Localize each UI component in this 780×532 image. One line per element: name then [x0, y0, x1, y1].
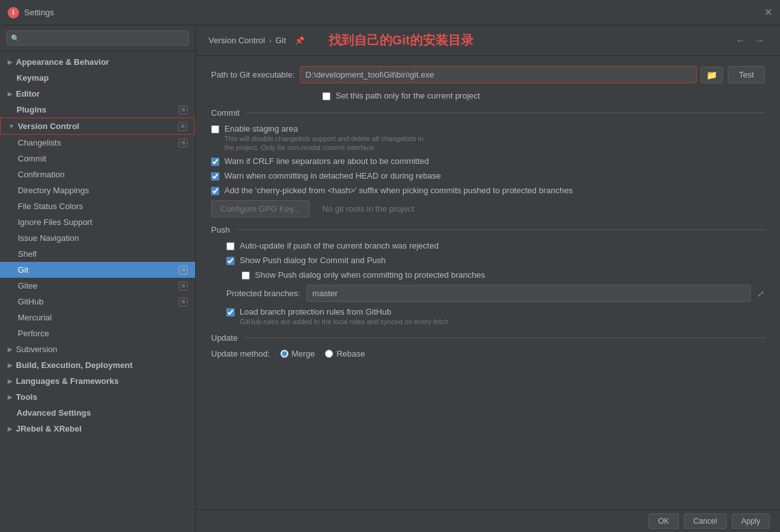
protected-branches-row: Protected branches: ⤢ — [211, 285, 765, 302]
gpg-row: Configure GPG Key... No git roots in the… — [211, 200, 765, 217]
sidebar-label: Tools — [16, 392, 38, 402]
show-push-protected-checkbox[interactable] — [242, 271, 250, 280]
sidebar-item-gitee[interactable]: Gitee ⊞ — [0, 278, 195, 294]
sidebar-item-commit[interactable]: Commit — [0, 151, 195, 167]
app-icon: i — [8, 7, 19, 18]
sidebar-item-advanced-settings[interactable]: Advanced Settings — [0, 405, 195, 421]
sidebar-item-subversion[interactable]: ▶ Subversion — [0, 341, 195, 357]
auto-update-push-row: Auto-update if push of the current branc… — [211, 241, 765, 250]
warn-crlf-checkbox[interactable] — [211, 158, 219, 166]
sidebar-item-keymap[interactable]: Keymap — [0, 70, 195, 86]
ext-icon: ⊞ — [179, 297, 188, 306]
add-cherry-checkbox[interactable] — [211, 187, 219, 195]
sidebar-item-confirmation[interactable]: Confirmation — [0, 167, 195, 182]
enable-staging-checkbox[interactable] — [211, 125, 219, 133]
auto-update-checkbox[interactable] — [226, 242, 235, 250]
arrow-icon: ▶ — [8, 90, 13, 97]
show-push-dialog-label: Show Push dialog for Commit and Push — [240, 256, 386, 265]
rebase-radio-label[interactable]: Rebase — [325, 349, 365, 358]
warn-detached-checkbox[interactable] — [211, 172, 219, 181]
commit-section-divider: Commit — [211, 108, 765, 118]
divider-line — [236, 229, 765, 230]
set-path-label: Set this path only for the current proje… — [336, 91, 480, 100]
sidebar-item-github[interactable]: GitHub ⊞ — [0, 294, 195, 310]
github-rules-note: GitHub rules are added to the local rule… — [240, 318, 448, 325]
sidebar-item-issue-navigation[interactable]: Issue Navigation — [0, 230, 195, 246]
divider-line — [246, 113, 765, 113]
titlebar: i Settings ✕ — [0, 0, 780, 25]
merge-radio-label[interactable]: Merge — [280, 349, 315, 358]
arrow-icon: ▶ — [8, 58, 13, 65]
sidebar-item-changelists[interactable]: Changelists ⊞ — [0, 135, 195, 151]
sidebar-label: Perforce — [18, 329, 49, 338]
enable-staging-desc1: This will disable changelists support an… — [224, 135, 423, 142]
arrow-icon: ▶ — [8, 378, 13, 385]
set-path-checkbox[interactable] — [322, 92, 331, 100]
merge-radio[interactable] — [280, 350, 289, 358]
pin-icon[interactable]: 📌 — [295, 36, 304, 45]
breadcrumb-part1: Version Control — [209, 36, 265, 45]
close-button[interactable]: ✕ — [764, 6, 772, 18]
sidebar-item-jrebel[interactable]: ▶ JRebel & XRebel — [0, 421, 195, 437]
nav-forward-button[interactable]: → — [752, 34, 767, 48]
sidebar-item-version-control[interactable]: ▼ Version Control ⊞ — [0, 118, 195, 135]
path-label: Path to Git executable: — [211, 70, 295, 79]
configure-gpg-button[interactable]: Configure GPG Key... — [211, 200, 310, 217]
sidebar-item-directory-mappings[interactable]: Directory Mappings — [0, 182, 195, 198]
sidebar-item-tools[interactable]: ▶ Tools — [0, 389, 195, 405]
browse-folder-button[interactable]: 📁 — [701, 67, 723, 83]
sidebar-item-plugins[interactable]: Plugins ⊞ — [0, 102, 195, 118]
sidebar-label: GitHub — [18, 297, 43, 306]
sidebar-item-build[interactable]: ▶ Build, Execution, Deployment — [0, 357, 195, 373]
arrow-icon: ▶ — [8, 393, 13, 400]
sidebar-label: Version Control — [18, 121, 79, 131]
ok-button[interactable]: OK — [648, 514, 678, 529]
sidebar-item-perforce[interactable]: Perforce — [0, 325, 195, 341]
cancel-button[interactable]: Cancel — [684, 514, 727, 529]
plugin-ext-icon: ⊞ — [179, 106, 188, 114]
set-path-checkbox-row: Set this path only for the current proje… — [211, 91, 765, 100]
sidebar-item-mercurial[interactable]: Mercurial — [0, 310, 195, 325]
load-branch-protection-checkbox[interactable] — [226, 308, 235, 317]
divider-line — [244, 338, 765, 338]
arrow-icon: ▶ — [8, 346, 13, 353]
bottom-bar: OK Cancel Apply — [196, 509, 780, 532]
arrow-icon: ▶ — [8, 362, 13, 369]
sidebar-label: Plugins — [8, 105, 46, 114]
protected-branches-input[interactable] — [306, 285, 751, 302]
load-branch-content: Load branch protection rules from GitHub… — [240, 307, 448, 325]
apply-button[interactable]: Apply — [732, 514, 770, 529]
sidebar-item-editor[interactable]: ▶ Editor — [0, 86, 195, 102]
breadcrumb: Version Control › Git — [209, 36, 286, 45]
test-button[interactable]: Test — [728, 66, 765, 83]
sidebar-label: Git — [18, 265, 29, 275]
sidebar-item-file-status-colors[interactable]: File Status Colors — [0, 198, 195, 214]
git-path-input[interactable] — [300, 66, 697, 83]
sidebar-label: Keymap — [8, 73, 49, 83]
expand-button[interactable]: ⤢ — [757, 289, 765, 299]
sidebar-item-languages[interactable]: ▶ Languages & Frameworks — [0, 373, 195, 389]
push-section-divider: Push — [211, 225, 765, 235]
ext-icon: ⊞ — [179, 282, 188, 290]
sidebar-nav: ▶ Appearance & Behavior Keymap ▶ Editor … — [0, 51, 195, 532]
sidebar-item-shelf[interactable]: Shelf — [0, 246, 195, 262]
search-box: 🔍 — [0, 25, 195, 51]
show-push-protected-label: Show Push dialog only when committing to… — [255, 270, 485, 280]
warn-crlf-row: Warn if CRLF line separators are about t… — [211, 156, 765, 166]
show-push-dialog-checkbox[interactable] — [226, 257, 235, 265]
nav-back-button[interactable]: ← — [733, 34, 748, 48]
show-push-dialog-row: Show Push dialog for Commit and Push — [211, 256, 765, 265]
sidebar-label: Confirmation — [18, 170, 65, 179]
sidebar-item-ignore-files[interactable]: Ignore Files Support — [0, 214, 195, 230]
rebase-radio[interactable] — [325, 350, 333, 358]
sidebar-item-git[interactable]: Git ⊞ — [0, 262, 195, 278]
settings-window: i Settings ✕ 🔍 ▶ Appearance & Behavior — [0, 0, 780, 532]
sidebar-label: Build, Execution, Deployment — [16, 360, 132, 370]
sidebar-item-appearance[interactable]: ▶ Appearance & Behavior — [0, 54, 195, 70]
warn-detached-row: Warn when committing in detached HEAD or… — [211, 171, 765, 181]
sidebar-label: Directory Mappings — [18, 186, 89, 195]
update-section-divider: Update — [211, 333, 765, 343]
path-input-wrapper: 📁 — [300, 66, 723, 83]
search-input[interactable] — [6, 31, 189, 46]
breadcrumb-part2: Git — [275, 36, 286, 45]
